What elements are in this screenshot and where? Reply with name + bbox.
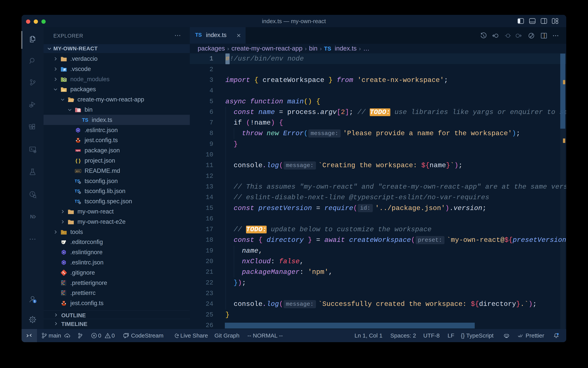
svg-text:10: 10: [78, 110, 80, 112]
svg-text:{ }: { }: [76, 158, 81, 163]
svg-text:JS: JS: [64, 79, 66, 81]
svg-text:N: N: [30, 214, 34, 220]
svg-text:TS: TS: [82, 117, 88, 123]
svg-text:M: M: [76, 170, 78, 173]
svg-text:npm: npm: [76, 149, 80, 152]
svg-text:1: 1: [34, 300, 35, 303]
